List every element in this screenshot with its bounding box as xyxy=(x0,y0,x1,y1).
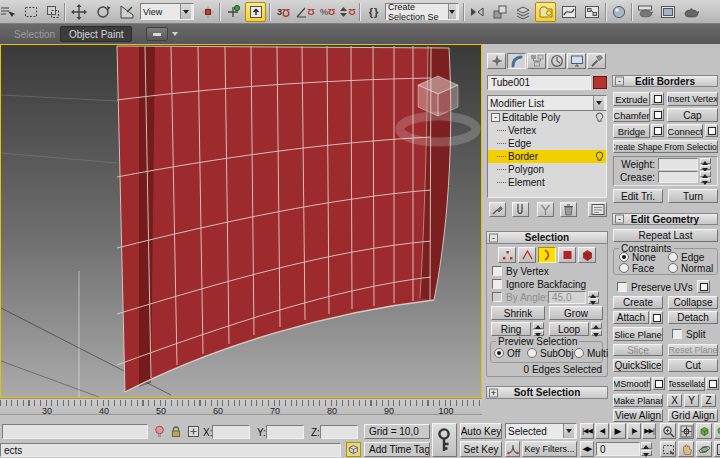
edit-tri-button[interactable]: Edit Tri. xyxy=(613,189,663,203)
border-subobject-button[interactable] xyxy=(538,247,556,263)
tab-hierarchy[interactable] xyxy=(527,53,546,69)
named-selection-set-dropdown[interactable]: Create Selection Se xyxy=(385,3,459,20)
selection-rollout-header[interactable]: -Selection xyxy=(486,231,608,244)
edit-borders-rollout-header[interactable]: -Edit Borders xyxy=(612,75,718,87)
turn-button[interactable]: Turn xyxy=(668,189,718,203)
preview-subobj-radio[interactable] xyxy=(527,348,537,358)
next-frame-button[interactable]: |▶ xyxy=(627,423,641,439)
by-vertex-checkbox[interactable] xyxy=(492,266,502,276)
connect-button[interactable]: Connect xyxy=(667,124,703,138)
ring-spinner[interactable] xyxy=(533,322,544,336)
x-coordinate-field[interactable] xyxy=(212,425,250,439)
soft-selection-rollout-header[interactable]: +Soft Selection xyxy=(486,386,608,399)
constraint-none-radio[interactable] xyxy=(619,252,629,262)
crease-field[interactable] xyxy=(658,171,698,183)
repeat-last-button[interactable]: Repeat Last xyxy=(613,229,718,242)
stack-node-icon[interactable] xyxy=(595,151,604,162)
quickslice-button[interactable]: QuickSlice xyxy=(613,359,663,372)
auto-key-button[interactable]: Auto Key xyxy=(460,423,502,439)
connect-settings-button[interactable] xyxy=(705,124,718,137)
reference-coordinate-system-dropdown[interactable]: View xyxy=(140,3,194,20)
angle-snap-toggle-button[interactable]: Ω xyxy=(295,2,316,22)
polygon-subobject-button[interactable] xyxy=(558,247,576,263)
add-time-tag-button[interactable]: Add Time Tag xyxy=(364,442,430,457)
modifier-list-dropdown[interactable]: Modifier List xyxy=(487,95,607,111)
current-frame-field[interactable]: 0 xyxy=(596,442,640,456)
constraint-edge-radio[interactable] xyxy=(668,252,678,262)
align-button[interactable] xyxy=(489,2,510,22)
vertex-subobject-button[interactable] xyxy=(498,247,516,263)
status-notification-button[interactable] xyxy=(152,424,166,439)
loop-spinner[interactable] xyxy=(591,322,602,336)
make-planar-z-button[interactable]: Z xyxy=(701,394,716,407)
grid-align-button[interactable]: Grid Align xyxy=(668,409,718,422)
select-and-move-button[interactable] xyxy=(68,2,89,22)
configure-modifier-sets-button[interactable] xyxy=(588,202,607,217)
create-shape-from-selection-button[interactable]: Create Shape From Selection xyxy=(613,140,718,153)
pan-view-button[interactable] xyxy=(678,441,694,457)
select-and-rotate-button[interactable] xyxy=(92,2,113,22)
go-to-end-button[interactable]: ▶▶| xyxy=(642,423,656,439)
stack-item-vertex[interactable]: Vertex xyxy=(488,124,606,137)
tab-motion[interactable] xyxy=(547,53,566,69)
tessellate-settings-button[interactable] xyxy=(706,377,719,390)
stack-item-element[interactable]: Element xyxy=(488,176,606,189)
preserve-uvs-checkbox[interactable] xyxy=(617,282,627,292)
stack-node-icon[interactable] xyxy=(595,112,604,123)
collapse-icon[interactable]: - xyxy=(489,233,498,242)
set-key-button[interactable]: Set Key xyxy=(460,441,502,457)
preserve-uvs-settings-button[interactable] xyxy=(697,280,710,293)
make-planar-x-button[interactable]: X xyxy=(667,394,682,407)
insert-vertex-button[interactable]: Insert Vertex xyxy=(667,92,718,106)
track-bar[interactable]: 30 40 50 60 70 80 90 100 xyxy=(0,398,482,415)
collapse-icon[interactable]: - xyxy=(615,77,624,86)
select-and-scale-button[interactable] xyxy=(116,2,137,22)
z-coordinate-field[interactable] xyxy=(320,425,358,439)
ribbon-tab-object-paint[interactable]: Object Paint xyxy=(60,26,132,42)
weight-field[interactable] xyxy=(658,158,698,170)
viewport-canvas[interactable] xyxy=(1,45,481,397)
window-crossing-toggle-button[interactable] xyxy=(42,2,63,22)
key-filters-button[interactable]: Key Filters... xyxy=(522,441,577,457)
orbit-button[interactable] xyxy=(696,441,712,457)
modifier-stack[interactable]: - Editable Poly Vertex Edge Border Polyg… xyxy=(487,110,607,198)
edit-named-selection-sets-button[interactable]: { } xyxy=(363,2,384,22)
selection-set-key-dropdown[interactable]: Selected xyxy=(505,423,577,439)
detach-button[interactable]: Detach xyxy=(668,311,718,324)
expand-icon[interactable]: + xyxy=(489,388,498,397)
render-setup-button[interactable] xyxy=(634,2,655,22)
ribbon-tab-selection[interactable]: Selection xyxy=(6,26,63,42)
tab-modify[interactable] xyxy=(507,53,526,69)
by-angle-spinner[interactable] xyxy=(588,291,599,304)
element-subobject-button[interactable] xyxy=(578,247,596,263)
by-angle-checkbox[interactable] xyxy=(492,292,502,302)
render-production-button[interactable] xyxy=(680,2,701,22)
default-tangents-button[interactable] xyxy=(505,441,520,457)
split-checkbox[interactable] xyxy=(672,329,682,339)
y-coordinate-field[interactable] xyxy=(266,425,304,439)
mirror-button[interactable] xyxy=(466,2,487,22)
tessellate-button[interactable]: Tessellate xyxy=(668,377,705,391)
tree-collapse-icon[interactable]: - xyxy=(491,113,500,122)
bridge-settings-button[interactable] xyxy=(651,124,664,137)
viewport[interactable] xyxy=(0,44,482,398)
go-to-start-button[interactable]: |◀◀ xyxy=(580,423,594,439)
select-by-name-button[interactable] xyxy=(0,2,17,22)
msmooth-settings-button[interactable] xyxy=(652,377,665,390)
stack-item-border[interactable]: Border xyxy=(488,150,606,163)
current-frame-spinner[interactable] xyxy=(641,442,652,456)
msmooth-button[interactable]: MSmooth xyxy=(613,377,651,391)
object-color-swatch[interactable] xyxy=(593,76,607,89)
grow-button[interactable]: Grow xyxy=(549,306,603,320)
zoom-extents-all-button[interactable] xyxy=(714,423,720,439)
ribbon-minimize-button[interactable] xyxy=(146,27,168,41)
bridge-button[interactable]: Bridge xyxy=(613,124,650,138)
make-planar-y-button[interactable]: Y xyxy=(684,394,699,407)
shrink-button[interactable]: Shrink xyxy=(491,306,545,320)
rectangular-selection-region-button[interactable] xyxy=(20,2,41,22)
stack-item-polygon[interactable]: Polygon xyxy=(488,163,606,176)
zoom-extents-button[interactable] xyxy=(696,423,712,439)
selection-lock-toggle[interactable] xyxy=(169,424,183,439)
schematic-view-button[interactable] xyxy=(581,2,602,22)
extrude-settings-button[interactable] xyxy=(651,92,664,105)
